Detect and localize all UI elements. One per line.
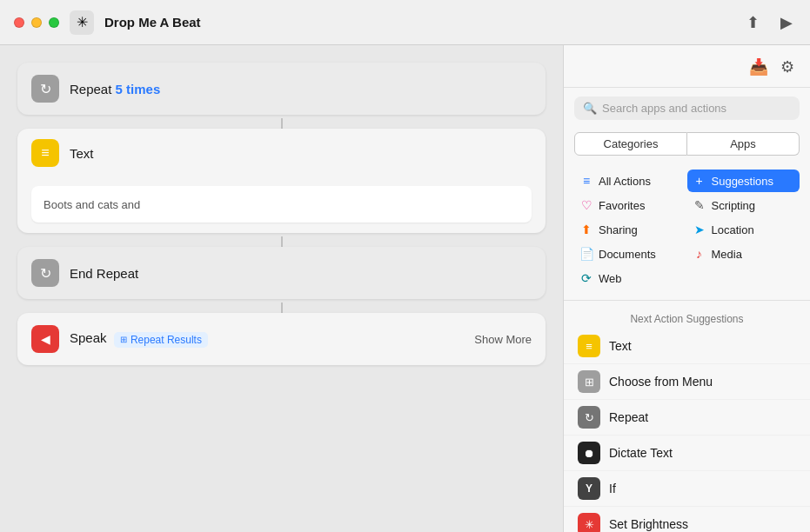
end-repeat-action-card[interactable]: ↻ End Repeat xyxy=(17,247,546,299)
category-location[interactable]: ➤ Location xyxy=(687,218,800,241)
window-title: Drop Me A Beat xyxy=(104,15,733,30)
run-button[interactable]: ▶ xyxy=(777,11,796,34)
maximize-button[interactable] xyxy=(49,17,59,28)
category-favorites[interactable]: ♡ Favorites xyxy=(574,194,687,216)
suggestion-dictate-text[interactable]: ⏺ Dictate Text xyxy=(564,436,810,471)
apps-toggle[interactable]: Apps xyxy=(687,132,800,156)
suggestion-repeat-icon: ↻ xyxy=(578,406,600,429)
all-actions-icon: ≡ xyxy=(579,174,593,188)
suggestion-set-brightness[interactable]: ✳ Set Brightness xyxy=(564,507,810,532)
panel-header: 📥 ⚙ xyxy=(564,45,810,88)
all-actions-label: All Actions xyxy=(599,175,651,188)
app-icon: ✳ xyxy=(70,10,94,35)
speak-label: Speak ⊞ Repeat Results xyxy=(70,330,532,348)
titlebar: ✳ Drop Me A Beat ⬆ ▶ xyxy=(0,0,810,45)
suggestion-brightness-label: Set Brightness xyxy=(609,517,688,531)
category-scripting[interactable]: ✎ Scripting xyxy=(687,194,800,216)
suggestions-header: Next Action Suggestions xyxy=(564,306,810,329)
main-content: ↻ Repeat 5 times ≡ Text Boots and cats a… xyxy=(0,45,810,532)
favorites-icon: ♡ xyxy=(579,198,593,212)
category-all-actions[interactable]: ≡ All Actions xyxy=(574,170,687,192)
connector-2 xyxy=(281,236,283,247)
suggestion-dictate-icon: ⏺ xyxy=(578,442,600,464)
suggestions-icon: + xyxy=(693,174,706,188)
workflow-canvas: ↻ Repeat 5 times ≡ Text Boots and cats a… xyxy=(0,45,563,532)
text-card-body: Text xyxy=(70,146,532,161)
location-label: Location xyxy=(712,223,754,236)
speak-badge: ⊞ Repeat Results xyxy=(114,332,208,348)
location-icon: ➤ xyxy=(693,223,706,236)
minimize-button[interactable] xyxy=(31,17,42,28)
documents-icon: 📄 xyxy=(579,247,593,261)
text-label: Text xyxy=(70,146,532,161)
end-repeat-label: End Repeat xyxy=(70,266,532,281)
actions-panel: 📥 ⚙ 🔍 Categories Apps ≡ All Actions + Su… xyxy=(563,45,810,532)
panel-icon-button[interactable]: 📥 xyxy=(747,56,770,78)
scripting-label: Scripting xyxy=(712,199,756,212)
view-toggle: Categories Apps xyxy=(574,132,800,156)
connector-1 xyxy=(281,118,283,129)
repeat-badge: 5 times xyxy=(116,82,161,96)
suggestion-text-icon: ≡ xyxy=(578,335,600,357)
window-controls xyxy=(14,17,59,28)
category-documents[interactable]: 📄 Documents xyxy=(574,243,687,265)
favorites-label: Favorites xyxy=(599,199,645,212)
category-suggestions[interactable]: + Suggestions xyxy=(687,170,800,192)
category-web[interactable]: ⟳ Web xyxy=(574,267,687,289)
suggestion-brightness-icon: ✳ xyxy=(578,513,600,532)
suggestion-repeat-label: Repeat xyxy=(609,410,648,424)
suggestion-dictate-label: Dictate Text xyxy=(609,446,673,460)
close-button[interactable] xyxy=(14,17,24,28)
scripting-icon: ✎ xyxy=(693,198,706,212)
categories-toggle[interactable]: Categories xyxy=(574,132,687,156)
text-action-card[interactable]: ≡ Text Boots and cats and xyxy=(17,129,546,233)
show-more-button[interactable]: Show More xyxy=(474,333,532,346)
speak-action-card[interactable]: ◀ Speak ⊞ Repeat Results Show More xyxy=(17,313,546,365)
suggestion-choose-icon: ⊞ xyxy=(578,370,600,393)
media-label: Media xyxy=(712,248,742,261)
documents-label: Documents xyxy=(599,248,656,261)
suggestion-text[interactable]: ≡ Text xyxy=(564,329,810,364)
suggestions-section: Next Action Suggestions ≡ Text ⊞ Choose … xyxy=(564,306,810,532)
repeat-icon: ↻ xyxy=(31,75,59,103)
suggestion-text-label: Text xyxy=(609,339,632,353)
category-sharing[interactable]: ⬆ Sharing xyxy=(574,218,687,241)
category-media[interactable]: ♪ Media xyxy=(687,243,800,265)
text-content: Boots and cats and xyxy=(44,198,140,211)
sharing-icon: ⬆ xyxy=(579,223,593,236)
speak-card-body: Speak ⊞ Repeat Results xyxy=(70,330,532,348)
search-bar: 🔍 xyxy=(574,96,800,120)
speak-icon: ◀ xyxy=(31,325,59,353)
repeat-action-card[interactable]: ↻ Repeat 5 times xyxy=(17,63,546,115)
repeat-card-body: Repeat 5 times xyxy=(70,82,532,96)
suggestions-label: Suggestions xyxy=(712,175,774,188)
web-label: Web xyxy=(599,272,622,285)
text-icon: ≡ xyxy=(31,139,59,167)
suggestion-choose-from-menu[interactable]: ⊞ Choose from Menu xyxy=(564,364,810,400)
sharing-label: Sharing xyxy=(599,223,638,236)
end-repeat-card-body: End Repeat xyxy=(70,266,532,281)
share-button[interactable]: ⬆ xyxy=(743,11,763,34)
web-icon: ⟳ xyxy=(579,271,593,285)
suggestion-if-label: If xyxy=(609,482,616,495)
text-content-area[interactable]: Boots and cats and xyxy=(31,186,532,223)
end-repeat-icon: ↻ xyxy=(31,259,59,287)
panel-divider xyxy=(564,300,810,301)
suggestion-repeat[interactable]: ↻ Repeat xyxy=(564,400,810,436)
connector-3 xyxy=(281,303,283,313)
repeat-label: Repeat 5 times xyxy=(70,82,532,96)
suggestion-choose-label: Choose from Menu xyxy=(609,375,713,389)
panel-filter-button[interactable]: ⚙ xyxy=(779,56,796,78)
suggestion-if-icon: Y xyxy=(578,477,600,500)
suggestion-if[interactable]: Y If xyxy=(564,471,810,507)
categories-grid: ≡ All Actions + Suggestions ♡ Favorites … xyxy=(564,164,810,295)
titlebar-actions: ⬆ ▶ xyxy=(743,11,796,34)
search-icon: 🔍 xyxy=(583,102,597,115)
media-icon: ♪ xyxy=(693,247,706,261)
search-input[interactable] xyxy=(602,102,791,115)
